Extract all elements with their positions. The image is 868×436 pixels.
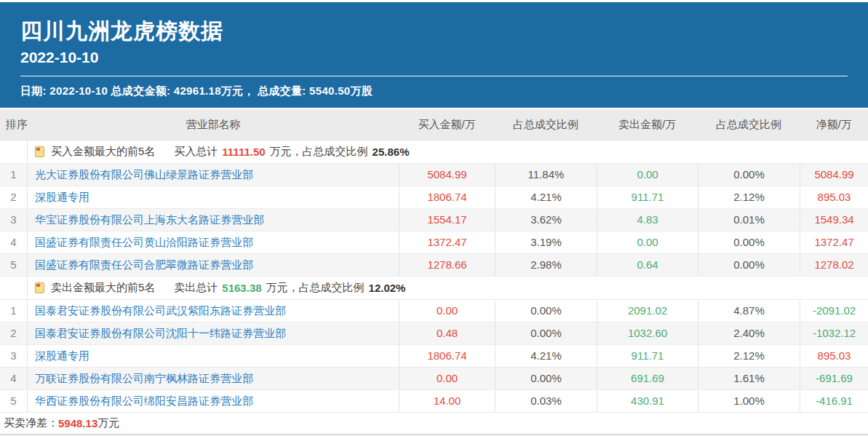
buy-section-header: 买入金额最大的前5名 买入总计 11111.50 万元，占总成交比例 25.86… [0,140,868,164]
sell-pct-cell: 0.00% [698,164,800,186]
sell-total-pct: 12.02% [369,282,406,294]
header-banner: 四川九洲龙虎榜数据 2022-10-10 日期: 2022-10-10 总成交金… [0,2,868,108]
branch-link[interactable]: 华宝证券股份有限公司上海东大名路证券营业部 [28,213,399,227]
net-amount-cell: -2091.02 [800,300,868,322]
header-date: 2022-10-10 [20,49,848,66]
table-row: 2 国泰君安证券股份有限公司沈阳十一纬路证券营业部 0.48 0.00% 103… [0,322,868,345]
buy-amount-cell: 1806.74 [399,186,495,208]
buy-total-pct: 25.86% [373,146,410,158]
lhb-table: 排序 营业部名称 买入金额/万 占总成交比例 卖出金额/万 占总成交比例 净额/… [0,109,868,413]
sell-section-header: 卖出金额最大的前5名 卖出总计 5163.38 万元，占总成交比例 12.02% [0,277,868,300]
buy-pct-cell: 4.21% [495,345,597,367]
net-amount-cell: -416.91 [800,390,868,412]
buy-pct-cell: 0.00% [495,300,597,322]
table-header-row: 排序 营业部名称 买入金额/万 占总成交比例 卖出金额/万 占总成交比例 净额/… [0,109,868,140]
table-row: 4 万联证券股份有限公司南宁枫林路证券营业部 0.00 0.00% 691.69… [0,368,868,390]
page-title: 四川九洲龙虎榜数据 [20,18,848,44]
buy-amount-cell: 0.48 [399,322,495,344]
table-row: 5 华西证券股份有限公司绵阳安昌路证券营业部 14.00 0.03% 430.9… [0,390,868,413]
sell-pct-cell: 4.87% [698,300,800,322]
rank-cell: 4 [0,231,28,253]
sell-pct-cell: 0.00% [698,231,800,253]
table-row: 2 深股通专用 1806.74 4.21% 911.71 2.12% 895.0… [0,186,868,209]
sell-pct-cell: 2.12% [698,345,800,367]
sell-section-summary: 卖出金额最大的前5名 卖出总计 5163.38 万元，占总成交比例 12.02% [28,281,405,295]
buy-section-title: 买入金额最大的前5名 [51,145,155,159]
rank-cell: 2 [0,186,28,208]
branch-link[interactable]: 国泰君安证券股份有限公司武汉紫阳东路证券营业部 [28,304,399,318]
branch-link[interactable]: 深股通专用 [28,191,399,205]
sell-amount-cell: 4.83 [597,209,698,231]
net-amount-cell: -691.69 [800,368,868,389]
net-amount-cell: -1032.12 [800,322,868,344]
buy-pct-cell: 0.00% [495,368,597,389]
col-header-sell: 卖出金额/万 [597,118,698,132]
sell-total-label: 卖出总计 [174,281,218,295]
buy-pct-cell: 2.98% [495,254,597,276]
sell-total-value: 5163.38 [222,282,261,294]
rank-cell: 1 [0,164,28,186]
sell-pct-cell: 1.00% [698,390,800,412]
branch-link[interactable]: 国盛证券有限责任公司黄山洽阳路证券营业部 [28,236,399,250]
note-icon [35,146,44,157]
rank-spacer [0,140,28,163]
net-difference-line: 买卖净差： 5948.13 万元 [0,413,868,435]
buy-pct-cell: 4.21% [495,186,597,208]
buy-amount-cell: 1278.66 [399,254,495,276]
sell-amount-cell: 911.71 [597,186,698,208]
col-header-rank: 排序 [0,118,28,132]
col-header-buy: 买入金额/万 [399,118,495,132]
rank-cell: 3 [0,345,28,367]
sell-amount-cell: 2091.02 [597,300,698,322]
rank-cell: 5 [0,390,28,412]
net-amount-cell: 1278.02 [800,254,868,276]
rank-cell: 3 [0,209,28,231]
branch-link[interactable]: 光大证券股份有限公司佛山绿景路证券营业部 [28,168,399,182]
net-difference-value: 5948.13 [58,417,97,429]
table-row: 1 国泰君安证券股份有限公司武汉紫阳东路证券营业部 0.00 0.00% 209… [0,300,868,322]
buy-pct-cell: 0.03% [495,390,597,412]
buy-pct-cell: 3.19% [495,231,597,253]
buy-pct-cell: 11.84% [495,164,597,186]
net-amount-cell: 5084.99 [800,164,868,186]
buy-pct-cell: 3.62% [495,209,597,231]
net-amount-cell: 1549.34 [800,209,868,231]
sell-amount-cell: 0.00 [597,231,698,253]
sell-amount-cell: 430.91 [597,390,698,412]
buy-amount-cell: 1806.74 [399,345,495,367]
table-row: 1 光大证券股份有限公司佛山绿景路证券营业部 5084.99 11.84% 0.… [0,164,868,186]
buy-amount-cell: 1554.17 [399,209,495,231]
buy-amount-cell: 0.00 [399,368,495,389]
buy-total-label: 买入总计 [174,145,218,159]
sell-pct-cell: 0.00% [698,254,800,276]
buy-amount-cell: 1372.47 [399,231,495,253]
buy-pct-cell: 0.00% [495,322,597,344]
table-row: 4 国盛证券有限责任公司黄山洽阳路证券营业部 1372.47 3.19% 0.0… [0,231,868,254]
rank-cell: 1 [0,300,28,322]
rank-cell: 5 [0,254,28,276]
sell-total-suffix: 万元，占总成交比例 [266,281,365,295]
rank-cell: 4 [0,368,28,389]
buy-amount-cell: 5084.99 [399,164,495,186]
branch-link[interactable]: 国泰君安证券股份有限公司沈阳十一纬路证券营业部 [28,327,399,341]
buy-amount-cell: 0.00 [399,300,495,322]
sell-pct-cell: 1.61% [698,368,800,389]
buy-total-suffix: 万元，占总成交比例 [270,145,368,159]
sell-amount-cell: 0.64 [597,254,698,276]
branch-link[interactable]: 深股通专用 [28,349,399,363]
sell-amount-cell: 0.00 [597,164,698,186]
branch-link[interactable]: 国盛证券有限责任公司合肥翠微路证券营业部 [28,258,399,272]
net-amount-cell: 895.03 [800,345,868,367]
col-header-branch: 营业部名称 [28,118,399,132]
net-difference-label: 买卖净差： [4,416,58,430]
branch-link[interactable]: 华西证券股份有限公司绵阳安昌路证券营业部 [28,395,399,408]
sell-amount-cell: 691.69 [597,368,698,389]
net-amount-cell: 895.03 [800,186,868,208]
col-header-buy-pct: 占总成交比例 [495,118,597,132]
rank-spacer [0,277,28,299]
branch-link[interactable]: 万联证券股份有限公司南宁枫林路证券营业部 [28,372,399,386]
buy-section-summary: 买入金额最大的前5名 买入总计 11111.50 万元，占总成交比例 25.86… [28,145,409,159]
sell-pct-cell: 2.12% [698,186,800,208]
col-header-sell-pct: 占总成交比例 [698,118,800,132]
buy-amount-cell: 14.00 [399,390,495,412]
